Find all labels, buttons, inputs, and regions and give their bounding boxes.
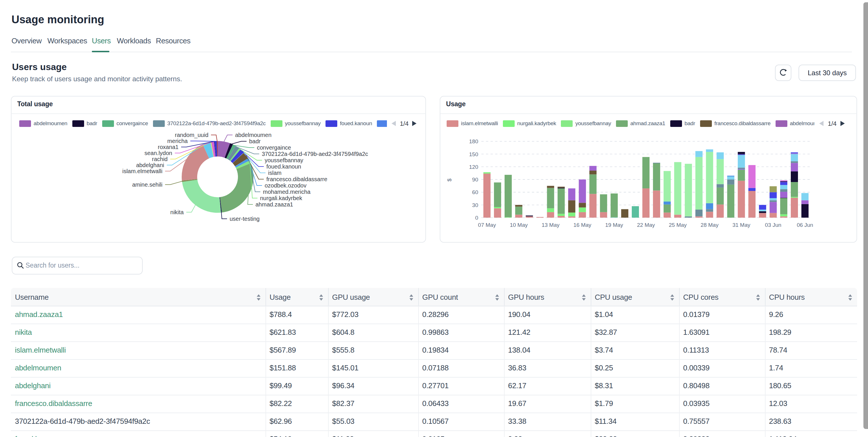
svg-text:120: 120 xyxy=(469,164,478,170)
svg-text:19 May: 19 May xyxy=(606,222,623,228)
svg-text:31 May: 31 May xyxy=(733,222,751,228)
svg-text:0: 0 xyxy=(475,215,478,221)
svg-text:25 May: 25 May xyxy=(669,222,687,228)
svg-text:07 May: 07 May xyxy=(478,222,496,228)
svg-text:28 May: 28 May xyxy=(701,222,719,228)
svg-text:$: $ xyxy=(446,178,453,182)
svg-text:13 May: 13 May xyxy=(541,222,560,228)
svg-text:60: 60 xyxy=(472,189,478,195)
svg-text:90: 90 xyxy=(472,177,478,183)
svg-text:16 May: 16 May xyxy=(574,222,592,228)
svg-text:10 May: 10 May xyxy=(510,222,528,228)
svg-text:180: 180 xyxy=(469,138,478,145)
svg-text:06 Jun: 06 Jun xyxy=(797,222,813,228)
svg-text:30: 30 xyxy=(472,202,478,208)
svg-text:03 Jun: 03 Jun xyxy=(765,222,781,228)
svg-text:150: 150 xyxy=(469,151,478,157)
svg-text:22 May: 22 May xyxy=(637,222,655,228)
